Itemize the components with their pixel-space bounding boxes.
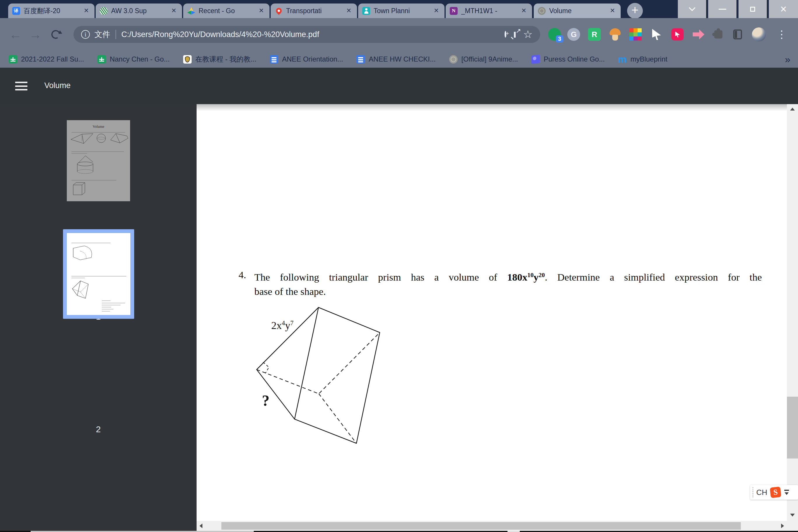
tab-title: _MTH1W1 - — [461, 7, 516, 15]
school-crest-icon — [183, 55, 192, 63]
info-icon[interactable]: i — [81, 30, 90, 39]
pink-arrow-icon — [693, 30, 704, 39]
tab-title: Town Planni — [374, 7, 429, 15]
zoom-page-button[interactable] — [505, 32, 506, 37]
bookmark-myblueprint[interactable]: m myBlueprint — [618, 55, 667, 63]
bookmark-label: Nancy Chen - Go... — [110, 55, 169, 63]
vertical-scrollbar[interactable] — [787, 104, 798, 532]
question-line-1: The following triangular prism has a vol… — [254, 268, 762, 284]
pink-cursor-icon — [671, 28, 684, 40]
tab-baidu-translate[interactable]: 译 百度翻译-20 × — [8, 3, 95, 18]
bookmark-star-button[interactable]: ☆ — [523, 28, 533, 40]
toolbar-shadow — [196, 104, 787, 111]
question-text: The following triangular prism has a vol… — [254, 268, 762, 299]
close-window-button[interactable]: × — [769, 0, 798, 18]
extension-pink-cursor[interactable] — [671, 18, 684, 51]
tab-close-icon[interactable]: × — [257, 7, 265, 15]
sheets-icon — [9, 55, 17, 63]
ime-language-widget[interactable]: CH S — [750, 485, 798, 500]
extension-mushroom[interactable] — [608, 18, 622, 51]
tab-search-button[interactable] — [678, 0, 706, 18]
bookmark-anee-hw[interactable]: ANEE HW CHECKI... — [356, 55, 435, 63]
side-panel-button[interactable] — [731, 18, 744, 51]
minimize-button[interactable] — [708, 0, 737, 18]
extension-green-circle[interactable]: 3 — [548, 18, 561, 51]
reload-button[interactable] — [49, 18, 63, 51]
tab-town-planning[interactable]: Town Planni × — [358, 3, 444, 18]
forward-button[interactable]: → — [28, 18, 43, 51]
color-grid-icon — [629, 28, 642, 40]
bookmark-label: Puress Online Go... — [544, 55, 605, 63]
thumbnail-2-graphic — [67, 233, 130, 315]
thumbnail-page-1[interactable]: Volume — [67, 120, 130, 201]
tab-close-icon[interactable]: × — [345, 7, 353, 15]
question-line-2: base of the shape. — [254, 284, 762, 299]
tab-close-icon[interactable]: × — [432, 7, 440, 15]
extension-custom-cursor[interactable] — [650, 18, 663, 51]
extension-color-grid[interactable] — [629, 18, 642, 51]
scroll-right-arrow-icon[interactable] — [781, 524, 784, 528]
scroll-up-arrow-icon[interactable] — [790, 108, 795, 111]
address-bar[interactable]: i 文件 C:/Users/Rong%20Yu/Downloads/4%20-%… — [74, 26, 540, 43]
pdf-menu-button[interactable] — [15, 82, 27, 90]
ime-toolbox-button[interactable] — [784, 490, 789, 495]
tab-drive-recent[interactable]: Recent - Go × — [183, 3, 269, 18]
back-button[interactable]: ← — [8, 18, 23, 51]
bookmark-anee-orientation[interactable]: ANEE Orientation... — [270, 55, 343, 63]
bookmark-puress[interactable]: Puress Online Go... — [531, 55, 605, 63]
bookmark-label: ANEE HW CHECKI... — [369, 55, 435, 63]
sogou-input-icon[interactable]: S — [770, 487, 781, 498]
drag-handle-icon[interactable] — [753, 487, 753, 497]
docs-icon — [356, 55, 365, 63]
scroll-down-arrow-icon[interactable] — [790, 514, 795, 516]
bookmark-label: [Official] 9Anime... — [461, 55, 518, 63]
extension-badge: 3 — [556, 35, 563, 43]
mushroom-icon — [610, 28, 621, 40]
bookmark-nancy-chen[interactable]: Nancy Chen - Go... — [97, 55, 169, 63]
extension-r-square[interactable]: R — [588, 18, 601, 51]
thumbnail-page-2-selected[interactable] — [63, 229, 134, 319]
extension-pink-arrow[interactable] — [692, 18, 705, 51]
tab-transportation[interactable]: Transportati × — [271, 3, 357, 18]
tab-close-icon[interactable]: × — [608, 7, 616, 15]
myblueprint-icon: m — [618, 55, 627, 63]
bookmark-courses[interactable]: 在教课程 - 我的教... — [183, 55, 256, 64]
navigation-bar: ← → i 文件 C:/Users/Rong%20Yu/Downloads/4%… — [0, 18, 798, 51]
vertical-scrollbar-thumb[interactable] — [787, 397, 798, 458]
restore-button[interactable] — [739, 0, 767, 18]
tab-onenote-mth1w1[interactable]: N _MTH1W1 - × — [446, 3, 532, 18]
ime-toolbox-icon — [784, 490, 789, 491]
bookmarks-bar: 2021-2022 Fall Su... Nancy Chen - Go... … — [0, 51, 798, 68]
horizontal-scrollbar[interactable] — [196, 521, 787, 531]
ime-language-label[interactable]: CH — [756, 488, 767, 497]
share-icon — [514, 32, 516, 38]
share-button[interactable] — [514, 32, 516, 37]
aw-globe-icon — [100, 7, 108, 15]
url-separator — [115, 30, 116, 39]
bookmarks-overflow-button[interactable]: » — [785, 54, 791, 65]
tab-volume-active[interactable]: Volume × — [534, 3, 621, 18]
close-icon: × — [780, 4, 786, 14]
extensions-menu-button[interactable] — [712, 18, 725, 51]
tab-aw[interactable]: AW 3.0 Sup × — [96, 3, 182, 18]
bookmark-fall-su[interactable]: 2021-2022 Fall Su... — [9, 55, 84, 63]
white-cursor-icon — [652, 29, 661, 40]
new-tab-button[interactable]: + — [627, 3, 643, 19]
onenote-icon: N — [450, 7, 458, 15]
browser-menu-button[interactable]: ⋮ — [776, 18, 787, 51]
bookmark-9anime[interactable]: [Official] 9Anime... — [449, 55, 518, 63]
tab-close-icon[interactable]: × — [82, 7, 90, 15]
avatar-icon — [752, 27, 766, 41]
tab-close-icon[interactable]: × — [520, 7, 528, 15]
tab-close-icon[interactable]: × — [170, 7, 178, 15]
horizontal-scrollbar-thumb[interactable] — [221, 522, 741, 530]
url-text[interactable]: C:/Users/Rong%20Yu/Downloads/4%20-%20Vol… — [121, 30, 497, 39]
sheets-icon — [97, 55, 106, 63]
bookmark-label: 2021-2022 Fall Su... — [21, 55, 84, 63]
profile-avatar[interactable] — [751, 18, 766, 51]
scroll-left-arrow-icon[interactable] — [200, 524, 203, 528]
tab-strip: 译 百度翻译-20 × AW 3.0 Sup × Recent - Go × T… — [0, 0, 798, 18]
extension-grammarly[interactable]: G — [567, 18, 581, 51]
puzzle-icon — [714, 30, 722, 38]
thumbnail-2-page — [67, 233, 130, 315]
